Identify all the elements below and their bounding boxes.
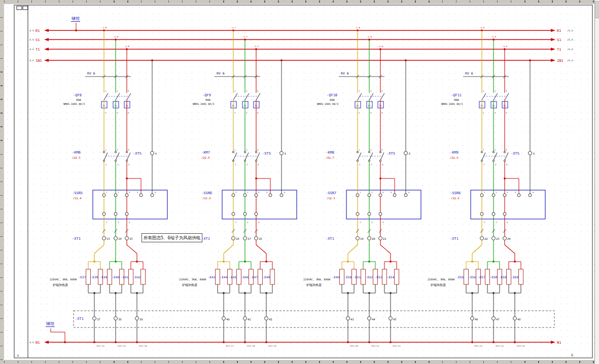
ssr-pin bbox=[243, 212, 246, 215]
contact-terminal bbox=[379, 151, 381, 153]
ssr-ref: /11.8 bbox=[202, 197, 211, 200]
ssr-pin bbox=[503, 194, 506, 197]
pin-label: 2 bbox=[105, 163, 107, 166]
heater-label: -E55 bbox=[456, 275, 464, 279]
pin-label: 2 bbox=[360, 221, 361, 224]
heater-spec: 220VAC, 3KW, 800W bbox=[179, 278, 206, 281]
pin-label: 6 bbox=[382, 163, 383, 166]
terminal-number: 47 bbox=[496, 318, 500, 321]
terminal bbox=[346, 317, 350, 320]
heater bbox=[382, 269, 387, 284]
xt1-label: -XT1 bbox=[72, 237, 81, 241]
pin-label: 6 bbox=[507, 221, 508, 224]
phase-wire bbox=[380, 245, 391, 253]
terminal-number: 41 bbox=[248, 318, 251, 321]
heater-label: -E57 bbox=[478, 275, 485, 279]
contactor-contact bbox=[104, 153, 108, 160]
heater bbox=[361, 269, 366, 284]
frame-zone-number: 6 bbox=[571, 353, 573, 357]
breaker-label: -QF11 bbox=[451, 93, 462, 97]
junction-dot bbox=[93, 341, 95, 343]
terminal-number: 15 bbox=[129, 237, 133, 240]
pin-label: 6 bbox=[506, 163, 508, 166]
terminal-number: 6 bbox=[285, 152, 286, 155]
heater-label: -E39 bbox=[100, 275, 108, 279]
pin-label: 3 bbox=[495, 90, 496, 92]
pin-label: 5 bbox=[257, 90, 259, 92]
ssr-pin bbox=[356, 212, 359, 215]
contact-terminal bbox=[504, 151, 505, 153]
tap-label: -1.8 bbox=[355, 26, 361, 29]
pin-label: 6 bbox=[129, 221, 130, 224]
breaker-contact bbox=[380, 93, 384, 100]
cable-label: RV 6 bbox=[465, 71, 473, 76]
heater-label: -E42 bbox=[133, 275, 141, 279]
ssr-pin bbox=[528, 194, 532, 197]
heater-label: -E38 bbox=[91, 275, 98, 279]
bus-left-ref: 4.9 bbox=[29, 48, 34, 51]
terminal bbox=[232, 237, 235, 240]
pin-label: 5 bbox=[381, 149, 383, 151]
ssr-pin bbox=[368, 194, 371, 197]
tap-label: -1.9 bbox=[479, 26, 485, 29]
terminal-number: 39 bbox=[139, 318, 143, 321]
heater-spec: 220VAC, 3KW, 800W bbox=[50, 278, 77, 281]
terminal bbox=[513, 317, 517, 320]
contactor-contact bbox=[482, 153, 485, 160]
heater bbox=[86, 269, 91, 284]
junction-dot bbox=[347, 341, 349, 343]
pin-label: 1 bbox=[483, 149, 484, 151]
heater-label: -E60 bbox=[511, 275, 519, 279]
heater bbox=[464, 269, 469, 284]
contact-terminal bbox=[492, 151, 494, 153]
scrollbar-thumb[interactable] bbox=[595, 1, 598, 18]
terminal-number: 6 bbox=[409, 152, 410, 155]
terminal bbox=[102, 237, 106, 240]
breaker-contact bbox=[127, 93, 131, 100]
terminal-number: 48 bbox=[517, 318, 521, 321]
ssr-pin bbox=[114, 194, 117, 197]
ssr-pin bbox=[151, 194, 154, 197]
ssr-pin bbox=[232, 212, 235, 215]
breaker-trip-label: I> bbox=[480, 104, 483, 107]
terminal bbox=[379, 237, 382, 240]
terminal bbox=[265, 317, 268, 320]
pin-label: 4 bbox=[496, 221, 497, 224]
ssr-pin bbox=[269, 194, 272, 197]
contact-terminal bbox=[103, 151, 104, 153]
heater-type: 炉端加热器 bbox=[53, 283, 68, 287]
terminal-number: 18 bbox=[259, 237, 262, 240]
bus-right-label: 1N1 bbox=[557, 59, 563, 63]
pin-label: 4 bbox=[370, 112, 372, 114]
breaker-model: NM8S-100S 80/3 bbox=[441, 102, 463, 105]
breaker-rating: 80A bbox=[205, 98, 211, 101]
ssr-pin bbox=[368, 212, 371, 215]
breaker-contact bbox=[369, 93, 373, 100]
n1-tap-label: -XT2:16 bbox=[138, 345, 147, 347]
heater-label: -E54 bbox=[387, 275, 395, 279]
ssr-pin bbox=[393, 194, 396, 197]
junction-dot bbox=[136, 341, 138, 343]
pin-label: 1 bbox=[359, 90, 360, 92]
terminal bbox=[389, 317, 393, 320]
breaker-contact bbox=[116, 93, 120, 100]
pin-label: 4 bbox=[246, 163, 248, 166]
tap-label: -3.9 bbox=[502, 45, 508, 48]
terminal-strip-box bbox=[74, 311, 554, 327]
heater-label: -E46 bbox=[241, 275, 249, 279]
pin-label: 4 bbox=[495, 163, 497, 166]
heater-label: -E37 bbox=[79, 275, 86, 279]
terminal bbox=[492, 237, 496, 240]
cable-label: RV 6 bbox=[87, 71, 95, 76]
breaker-trip-label: I> bbox=[102, 104, 105, 107]
pin-label: 6 bbox=[257, 112, 259, 114]
junction-dot bbox=[390, 341, 392, 343]
ssr-label: -SSR6 bbox=[201, 191, 212, 195]
contactor-contact bbox=[358, 153, 361, 160]
heater-spec: 220VAC, 3KW, 800W bbox=[428, 278, 455, 281]
frame-marker bbox=[17, 6, 22, 10]
vertical-scrollbar[interactable] bbox=[594, 0, 599, 364]
breaker-trip-label: I> bbox=[368, 104, 371, 107]
pin-label: 2 bbox=[359, 112, 360, 114]
bus-left-label: T1 bbox=[36, 48, 40, 52]
